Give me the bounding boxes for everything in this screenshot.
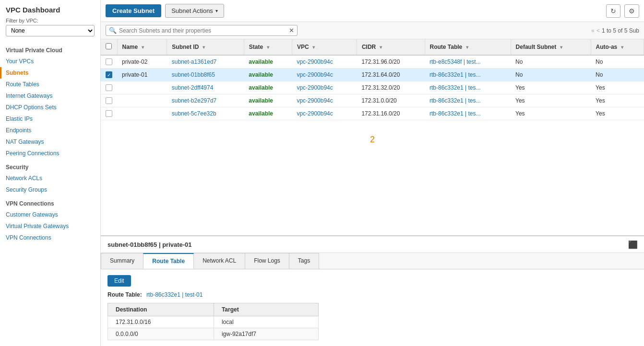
col-filter-icon[interactable]: ▾ [380,45,382,50]
col-filter-icon[interactable]: ▾ [267,45,269,50]
cell-default-subnet: Yes [511,81,591,94]
cell-name [117,94,167,107]
cell-route-table[interactable]: rtb-86c332e1 | tes... [425,69,511,81]
sidebar-item-vpn-connections[interactable]: VPN Connections [0,232,100,243]
routes-row: 0.0.0.0/0igw-92a17df7 [108,328,319,340]
sidebar-item-nat-gateways[interactable]: NAT Gateways [0,136,100,148]
filter-label: Filter by VPC: [0,18,100,25]
col-header-default-subnet: Default Subnet ▾ [511,39,591,55]
checkbox-empty[interactable] [106,97,112,104]
cell-route-table[interactable]: rtb-e8c5348f | test... [425,55,511,69]
edit-button[interactable]: Edit [107,275,131,287]
cell-auto-as: No [591,55,644,69]
sidebar-item-subnets[interactable]: Subnets [0,67,100,79]
checkbox-empty[interactable] [106,58,112,65]
cell-subnet-id[interactable]: subnet-5c7ee32b [167,107,244,120]
route-table-value[interactable]: rtb-86c332e1 | test-01 [146,291,203,298]
subnet-actions-button[interactable]: Subnet Actions ▾ [165,4,224,18]
cell-state: available [244,81,292,94]
row-checkbox-cell[interactable] [101,107,117,120]
checkbox-selected[interactable]: ✓ [106,71,112,78]
sidebar-item-dhcp-options-sets[interactable]: DHCP Options Sets [0,102,100,113]
table-row[interactable]: subnet-2dff4974availablevpc-2900b94c172.… [101,81,644,94]
refresh-button[interactable]: ↻ [606,4,620,18]
sidebar-item-peering-connections[interactable]: Peering Connections [0,148,100,159]
cell-vpc[interactable]: vpc-2900b94c [292,55,357,69]
cell-subnet-id[interactable]: subnet-01bb8f65 [167,69,244,81]
row-checkbox-cell[interactable] [101,55,117,69]
cell-route-table[interactable]: rtb-86c332e1 | tes... [425,81,511,94]
cell-state: available [244,55,292,69]
col-header-subnet-id: Subnet ID ▾ [167,39,244,55]
table-row[interactable]: subnet-b2e297d7availablevpc-2900b94c172.… [101,94,644,107]
sidebar-item-security-groups[interactable]: Security Groups [0,184,100,196]
vpc-filter-select[interactable]: None [6,25,95,36]
routes-col-target: Target [214,303,318,316]
col-filter-icon[interactable]: ▾ [312,45,315,50]
cell-vpc[interactable]: vpc-2900b94c [292,107,357,120]
clear-search-button[interactable]: ✕ [289,27,294,34]
detail-tab-flow-logs[interactable]: Flow Logs [245,253,289,269]
col-filter-icon[interactable]: ▾ [142,45,144,50]
col-header-name: Name ▾ [117,39,167,55]
cell-auto-as: Yes [591,81,644,94]
routes-table: DestinationTarget 172.31.0.0/16local0.0.… [107,303,319,340]
detail-content: Edit Route Table: rtb-86c332e1 | test-01… [101,269,644,346]
cell-route-table[interactable]: rtb-86c332e1 | tes... [425,94,511,107]
page-number: 2 [101,120,644,159]
sidebar-section-title: Virtual Private Cloud [0,42,100,56]
col-header-route-table: Route Table ▾ [425,39,511,55]
resize-handle-icon[interactable]: ⬛ [629,240,637,249]
table-row[interactable]: ✓private-01subnet-01bb8f65availablevpc-2… [101,69,644,81]
settings-button[interactable]: ⚙ [624,4,639,18]
cell-vpc[interactable]: vpc-2900b94c [292,69,357,81]
sidebar-item-endpoints[interactable]: Endpoints [0,125,100,136]
sidebar-item-virtual-private-gateways[interactable]: Virtual Private Gateways [0,220,100,232]
pagination-prev-icon[interactable]: < [596,27,600,34]
sidebar-item-route-tables[interactable]: Route Tables [0,79,100,90]
detail-tab-tags[interactable]: Tags [289,253,319,269]
cell-vpc[interactable]: vpc-2900b94c [292,94,357,107]
table-row[interactable]: subnet-5c7ee32bavailablevpc-2900b94c172.… [101,107,644,120]
sidebar-item-customer-gateways[interactable]: Customer Gateways [0,209,100,220]
cell-subnet-id[interactable]: subnet-2dff4974 [167,81,244,94]
search-input[interactable] [119,27,287,34]
select-all-checkbox[interactable] [106,43,112,49]
chevron-down-icon: ▾ [215,8,218,13]
col-filter-icon[interactable]: ▾ [203,45,205,50]
row-checkbox-cell[interactable] [101,81,117,94]
cell-vpc[interactable]: vpc-2900b94c [292,81,357,94]
cell-route-table[interactable]: rtb-86c332e1 | tes... [425,107,511,120]
sidebar-item-network-acls[interactable]: Network ACLs [0,173,100,184]
cell-state: available [244,69,292,81]
cell-auto-as: Yes [591,94,644,107]
cell-subnet-id[interactable]: subnet-b2e297d7 [167,94,244,107]
row-checkbox-cell[interactable] [101,94,117,107]
detail-tab-network-acl[interactable]: Network ACL [193,253,245,269]
sidebar-item-your-vpcs[interactable]: Your VPCs [0,56,100,67]
col-filter-icon[interactable]: ▾ [621,45,623,50]
sidebar: VPC Dashboard Filter by VPC: None Virtua… [0,0,101,346]
col-filter-icon[interactable]: ▾ [466,45,468,50]
detail-tab-route-table[interactable]: Route Table [143,253,194,269]
checkbox-header[interactable] [101,39,117,55]
table-row[interactable]: private-02subnet-a1361ed7availablevpc-29… [101,55,644,69]
sidebar-item-elastic-ips[interactable]: Elastic IPs [0,113,100,125]
sidebar-section-title: Security [0,159,100,173]
sidebar-section-title: VPN Connections [0,196,100,209]
row-checkbox-cell[interactable]: ✓ [101,69,117,81]
route-target[interactable]: igw-92a17df7 [214,328,318,340]
subnets-table-wrapper: Name ▾Subnet ID ▾State ▾VPC ▾CIDR ▾Route… [101,39,644,235]
cell-default-subnet: No [511,69,591,81]
checkbox-empty[interactable] [106,110,112,117]
sidebar-title: VPC Dashboard [0,6,100,18]
sidebar-item-internet-gateways[interactable]: Internet Gateways [0,90,100,102]
pagination-first-icon[interactable]: « [591,27,595,34]
checkbox-empty[interactable] [106,84,112,91]
col-filter-icon[interactable]: ▾ [560,45,562,50]
col-header-state: State ▾ [244,39,292,55]
detail-tab-summary[interactable]: Summary [101,253,143,269]
cell-subnet-id[interactable]: subnet-a1361ed7 [167,55,244,69]
create-subnet-button[interactable]: Create Subnet [106,4,161,17]
routes-col-destination: Destination [108,303,214,316]
